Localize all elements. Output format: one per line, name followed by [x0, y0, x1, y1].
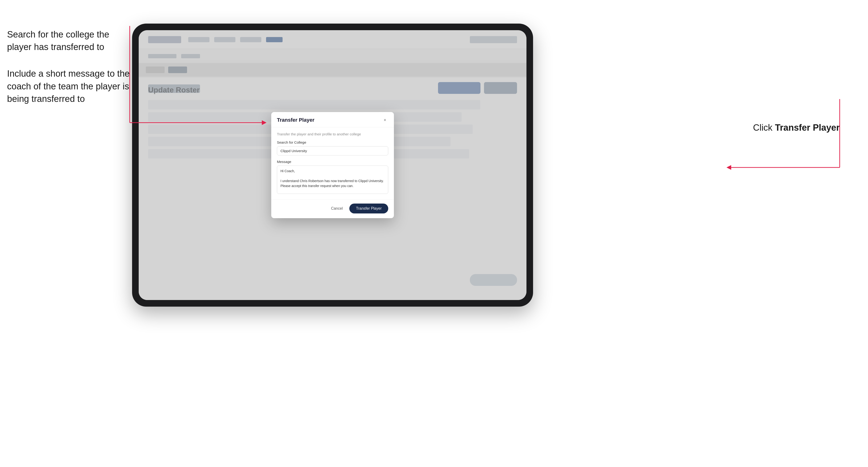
annotation-text-right-prefix: Click: [753, 123, 775, 132]
tablet-frame: Update Roster Transfer Player × Transfer…: [132, 24, 533, 307]
close-icon: ×: [384, 118, 386, 123]
svg-marker-5: [726, 165, 731, 170]
search-college-label: Search for College: [277, 140, 388, 144]
transfer-player-button[interactable]: Transfer Player: [349, 204, 388, 214]
tablet-screen: Update Roster Transfer Player × Transfer…: [139, 30, 526, 300]
modal-title: Transfer Player: [277, 117, 314, 123]
annotation-text-2: Include a short message to the coach of …: [7, 67, 130, 105]
right-arrow: [724, 160, 842, 176]
modal-body: Transfer the player and their profile to…: [271, 127, 394, 199]
modal-footer: Cancel Transfer Player: [271, 199, 394, 218]
message-textarea[interactable]: Hi Coach, I understand Chris Robertson h…: [277, 165, 388, 194]
message-label: Message: [277, 160, 388, 164]
modal-overlay: Transfer Player × Transfer the player an…: [139, 30, 526, 300]
modal-close-button[interactable]: ×: [382, 117, 388, 123]
modal-subtitle: Transfer the player and their profile to…: [277, 132, 388, 136]
annotation-left: Search for the college the player has tr…: [7, 28, 130, 119]
modal-header: Transfer Player ×: [271, 112, 394, 127]
left-arrow: [130, 116, 271, 131]
search-college-input[interactable]: [277, 146, 388, 155]
annotation-right: Click Transfer Player: [753, 123, 840, 133]
transfer-player-modal: Transfer Player × Transfer the player an…: [271, 112, 394, 218]
svg-marker-1: [262, 120, 267, 125]
annotation-text-right-bold: Transfer Player: [775, 123, 840, 132]
cancel-button[interactable]: Cancel: [328, 205, 346, 213]
annotation-text-1: Search for the college the player has tr…: [7, 28, 130, 53]
